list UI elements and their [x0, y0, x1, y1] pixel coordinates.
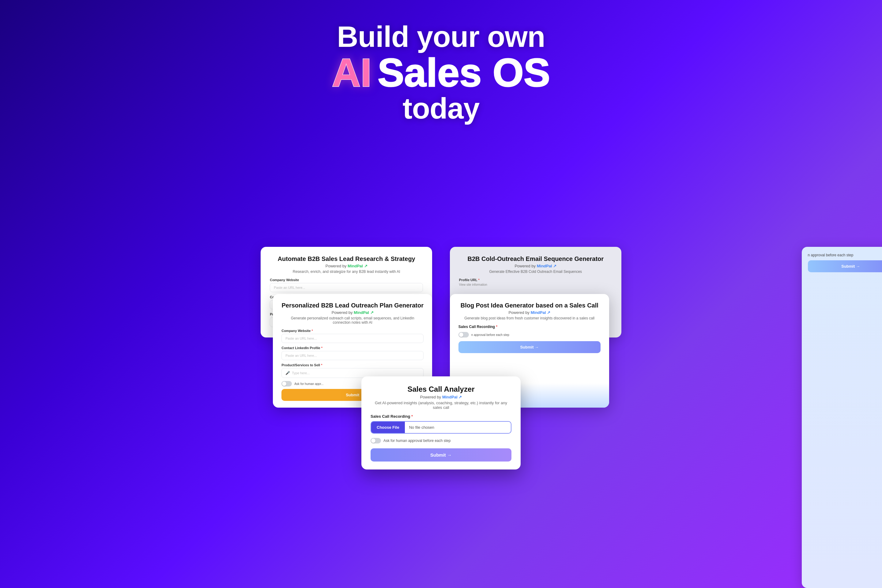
- lead-outreach-field1-input[interactable]: Paste an URL here...: [282, 334, 423, 343]
- cold-outreach-title: B2B Cold-Outreach Email Sequence Generat…: [459, 255, 612, 262]
- hero-sales-os-text: Sales OS: [378, 52, 550, 94]
- lead-outreach-field2-input[interactable]: Paste an URL here...: [282, 351, 423, 360]
- sales-analyzer-mindpal-link[interactable]: MindPal ↗: [442, 395, 462, 399]
- b2b-research-mindpal-link[interactable]: MindPal ↗: [348, 264, 367, 268]
- sales-analyzer-toggle[interactable]: [370, 438, 381, 444]
- lead-outreach-toggle-label: Ask for human appr...: [294, 382, 323, 386]
- mic-icon-2: 🎤: [285, 371, 290, 375]
- lead-outreach-subtitle: Generate personalized outreach call scri…: [282, 316, 423, 325]
- b2b-research-subtitle: Research, enrich, and strategize for any…: [270, 270, 423, 274]
- b2b-field1-label: Company Website: [270, 278, 423, 282]
- b2b-research-title: Automate B2B Sales Lead Research & Strat…: [270, 255, 423, 262]
- sales-analyzer-title: Sales Call Analyzer: [370, 385, 512, 393]
- blog-toggle-label: n approval before each step: [471, 333, 509, 337]
- blog-post-title: Blog Post Idea Generator based on a Sale…: [459, 302, 600, 309]
- blog-sales-recording-label: Sales Call Recording *: [459, 325, 600, 329]
- lead-outreach-mindpal-link[interactable]: MindPal ↗: [354, 310, 374, 315]
- cold-outreach-mindpal-link[interactable]: MindPal ↗: [537, 264, 556, 268]
- hero-line1: Build your own: [337, 21, 545, 53]
- cold-outreach-subtitle: Generate Effective B2B Cold Outreach Ema…: [459, 270, 612, 274]
- blog-approval-row: n approval before each step: [459, 332, 600, 338]
- sales-analyzer-powered-by: Powered by MindPal ↗: [370, 395, 512, 399]
- sales-analyzer-toggle-label: Ask for human approval before each step: [383, 438, 450, 443]
- view-site-info: View site information: [459, 283, 612, 286]
- lead-outreach-toggle[interactable]: [282, 381, 292, 387]
- blog-post-mindpal-link[interactable]: MindPal ↗: [531, 310, 550, 315]
- sales-analyzer-toggle-row: Ask for human approval before each step: [370, 438, 512, 444]
- blog-post-subtitle: Generate blog post ideas from fresh cust…: [459, 316, 600, 320]
- sales-analyzer-subtitle: Get AI-powered insights (analysis, coach…: [370, 400, 512, 410]
- right-partial-approval-text: n approval before each step: [808, 253, 882, 257]
- card-sales-analyzer: Sales Call Analyzer Powered by MindPal ↗…: [362, 376, 520, 470]
- lead-outreach-powered-by: Powered by MindPal ↗: [282, 310, 423, 315]
- cold-outreach-field1-label: Profile URL *: [459, 278, 612, 282]
- blog-submit-button[interactable]: Submit →: [459, 341, 600, 353]
- card-right-partial: n approval before each step Submit →: [802, 247, 882, 588]
- no-file-text: No file chosen: [405, 422, 438, 433]
- lead-outreach-field3-label: Product/Services to Sell *: [282, 363, 423, 367]
- blog-toggle[interactable]: [459, 332, 469, 338]
- right-partial-submit-button[interactable]: Submit →: [808, 260, 882, 272]
- lead-outreach-field2-label: Contact LinkedIn Profile *: [282, 346, 423, 350]
- hero-ai-text: AI: [332, 52, 372, 94]
- choose-file-button[interactable]: Choose File: [371, 422, 405, 433]
- blog-post-powered-by: Powered by MindPal ↗: [459, 310, 600, 315]
- sales-analyzer-submit-button[interactable]: Submit →: [370, 448, 512, 462]
- b2b-research-powered-by: Powered by MindPal ↗: [270, 264, 423, 268]
- cold-outreach-powered-by: Powered by MindPal ↗: [459, 264, 612, 268]
- hero-line3: today: [402, 92, 479, 124]
- lead-outreach-field1-label: Company Website *: [282, 329, 423, 333]
- file-input-container[interactable]: Choose File No file chosen: [370, 421, 512, 434]
- hero-text-section: Build your own AI Sales OS today: [332, 0, 550, 124]
- sales-recording-label: Sales Call Recording *: [370, 414, 512, 418]
- lead-outreach-title: Personalized B2B Lead Outreach Plan Gene…: [282, 302, 423, 309]
- hero-background: Build your own AI Sales OS today Automat…: [0, 0, 882, 588]
- b2b-field1-input[interactable]: Paste an URL here...: [270, 283, 423, 292]
- hero-line2: AI Sales OS: [332, 52, 550, 94]
- cards-section: Automate B2B Sales Lead Research & Strat…: [0, 247, 882, 588]
